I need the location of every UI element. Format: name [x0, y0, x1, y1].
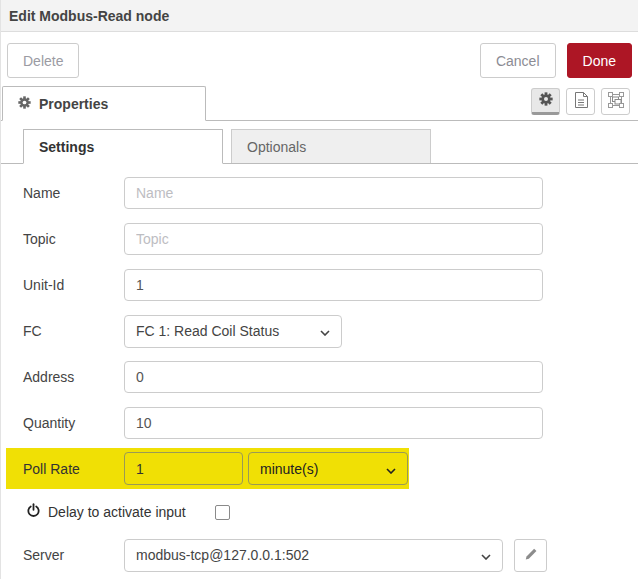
subtab-strip: Settings Optionals: [1, 129, 638, 164]
settings-form: Name Topic Unit-Id FC FC 1: Read Coil St…: [1, 164, 638, 578]
fc-select[interactable]: FC 1: Read Coil Status: [124, 315, 342, 348]
tray-toolbar: [531, 88, 638, 120]
delay-row: Delay to activate input: [26, 492, 638, 532]
tab-properties[interactable]: Properties: [2, 86, 206, 121]
description-button[interactable]: [566, 88, 595, 115]
appearance-button[interactable]: [601, 88, 630, 115]
edit-server-button[interactable]: [514, 539, 547, 572]
server-row: Server modbus-tcp@127.0.0.1:502: [23, 532, 638, 578]
chevron-down-icon: [320, 323, 330, 339]
topic-row: Topic: [23, 216, 638, 262]
tab-optionals-label: Optionals: [247, 139, 306, 155]
properties-gear-button[interactable]: [531, 88, 560, 115]
fc-select-value: FC 1: Read Coil Status: [136, 323, 279, 339]
done-button[interactable]: Done: [567, 43, 632, 78]
chevron-down-icon: [386, 461, 396, 477]
unit-id-label: Unit-Id: [23, 277, 124, 293]
topic-label: Topic: [23, 231, 124, 247]
unit-id-input[interactable]: [124, 269, 543, 301]
appearance-icon: [608, 92, 624, 111]
server-select-value: modbus-tcp@127.0.0.1:502: [136, 547, 309, 563]
delay-label: Delay to activate input: [48, 504, 186, 520]
pencil-icon: [524, 547, 538, 564]
address-input[interactable]: [124, 361, 543, 393]
unit-id-row: Unit-Id: [23, 262, 638, 308]
tab-optionals[interactable]: Optionals: [231, 129, 431, 163]
quantity-input[interactable]: [124, 407, 543, 439]
address-label: Address: [23, 369, 124, 385]
server-select[interactable]: modbus-tcp@127.0.0.1:502: [124, 539, 503, 572]
fc-row: FC FC 1: Read Coil Status: [23, 308, 638, 354]
name-label: Name: [23, 185, 124, 201]
poll-rate-unit-select[interactable]: minute(s): [248, 452, 408, 485]
name-input[interactable]: [124, 177, 543, 209]
poll-rate-row-highlighted: Poll Rate minute(s): [6, 448, 409, 489]
action-bar: Delete Cancel Done: [1, 32, 638, 86]
delay-checkbox[interactable]: [215, 505, 230, 520]
chevron-down-icon: [481, 547, 491, 563]
power-icon: [26, 503, 41, 521]
topic-input[interactable]: [124, 223, 543, 255]
poll-rate-input[interactable]: [124, 452, 243, 485]
properties-tab-strip: Properties: [1, 86, 638, 121]
fc-label: FC: [23, 323, 124, 339]
cancel-button[interactable]: Cancel: [480, 43, 556, 78]
tab-settings-label: Settings: [39, 139, 94, 155]
poll-rate-unit-value: minute(s): [260, 461, 318, 477]
description-icon: [574, 92, 588, 111]
quantity-row: Quantity: [23, 400, 638, 446]
dialog-header: Edit Modbus-Read node: [1, 0, 638, 32]
action-right: Cancel Done: [480, 43, 632, 78]
tab-settings[interactable]: Settings: [23, 129, 223, 164]
address-row: Address: [23, 354, 638, 400]
name-row: Name: [23, 170, 638, 216]
gear-icon: [18, 96, 31, 112]
poll-rate-label: Poll Rate: [23, 461, 124, 477]
quantity-label: Quantity: [23, 415, 124, 431]
delete-button[interactable]: Delete: [7, 43, 79, 78]
dialog-title: Edit Modbus-Read node: [9, 8, 169, 24]
gear-icon: [539, 92, 553, 109]
server-label: Server: [23, 547, 124, 563]
tab-properties-label: Properties: [39, 96, 108, 112]
